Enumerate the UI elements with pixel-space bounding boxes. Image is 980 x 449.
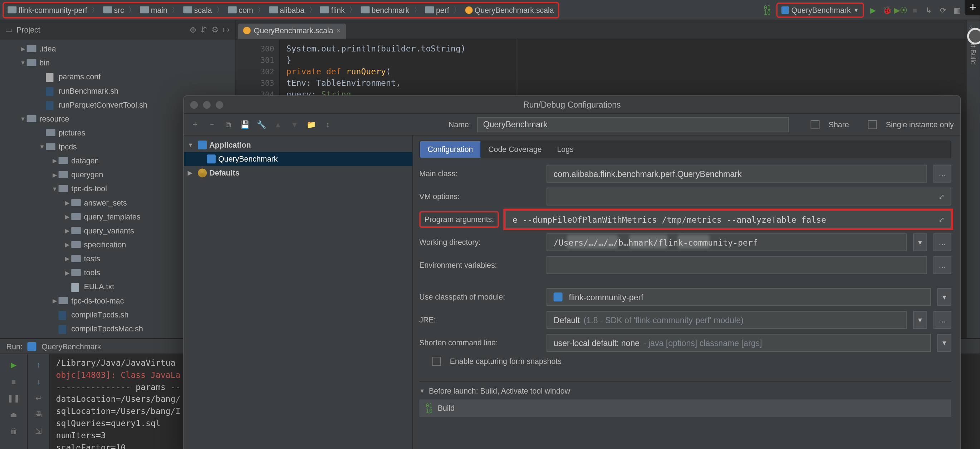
- run-icon[interactable]: ▶: [868, 5, 878, 15]
- down-icon[interactable]: ↓: [33, 376, 45, 387]
- save-icon[interactable]: 💾: [240, 119, 250, 129]
- locate-icon[interactable]: ⊕: [189, 25, 197, 34]
- tree-row[interactable]: ▶.idea: [0, 42, 235, 56]
- breadcrumb-item[interactable]: com: [225, 5, 256, 14]
- new-tab-button[interactable]: +: [965, 0, 980, 15]
- expand-closed-icon[interactable]: ▶: [64, 200, 71, 206]
- hide-icon[interactable]: ↦: [223, 25, 230, 34]
- code-line[interactable]: tEnv: TableEnvironment,: [286, 78, 980, 89]
- layout-icon[interactable]: ▥: [952, 5, 962, 15]
- expand-closed-icon[interactable]: ▶: [64, 228, 71, 234]
- pause-icon[interactable]: ❚❚: [8, 392, 19, 404]
- expand-closed-icon[interactable]: ▶: [51, 298, 58, 304]
- collapse-icon[interactable]: ⇵: [200, 25, 207, 34]
- classpath-dropdown[interactable]: ▾: [937, 288, 951, 306]
- expand-closed-icon[interactable]: ▶: [64, 255, 71, 262]
- before-launch-header[interactable]: ▼ Before launch: Build, Activate tool wi…: [419, 387, 951, 396]
- config-item-querybenchmark[interactable]: QueryBenchmark: [184, 152, 412, 166]
- config-group-defaults[interactable]: ▶ Defaults: [184, 166, 412, 180]
- main-class-field[interactable]: com.alibaba.flink.benchmark.perf.QueryBe…: [547, 165, 927, 182]
- expand-closed-icon[interactable]: ▶: [64, 214, 71, 220]
- tree-row[interactable]: ▼bin: [0, 56, 235, 70]
- expand-open-icon[interactable]: ▼: [51, 186, 58, 192]
- sort-icon[interactable]: ↕: [323, 119, 332, 129]
- run-header-name[interactable]: QueryBenchmark: [41, 342, 101, 351]
- config-name-input[interactable]: [477, 117, 789, 132]
- add-icon[interactable]: ＋: [190, 119, 200, 129]
- shorten-dropdown[interactable]: ▾: [937, 334, 951, 352]
- trash-icon[interactable]: 🗑: [8, 425, 19, 437]
- expand-icon[interactable]: ⤢: [939, 215, 944, 224]
- breadcrumb-item[interactable]: flink: [318, 5, 347, 14]
- tab-logs[interactable]: Logs: [549, 141, 581, 158]
- expand-closed-icon[interactable]: ▶: [51, 158, 58, 164]
- expand-closed-icon[interactable]: ▶: [64, 242, 71, 248]
- share-checkbox[interactable]: [811, 120, 820, 129]
- breadcrumb[interactable]: flink-community-perf〉src〉main〉scala〉com〉…: [3, 2, 559, 18]
- code-line[interactable]: }: [286, 55, 980, 66]
- breadcrumb-item[interactable]: src: [100, 5, 127, 14]
- editor-tab-querybenchmark[interactable]: QueryBenchmark.scala ×: [238, 24, 346, 39]
- run-coverage-icon[interactable]: ▶⦿: [896, 5, 906, 15]
- classpath-field[interactable]: flink-community-perf: [547, 288, 931, 306]
- remove-icon[interactable]: －: [207, 119, 217, 129]
- tab-configuration[interactable]: Configuration: [420, 141, 481, 158]
- dialog-titlebar[interactable]: Run/Debug Configurations: [184, 96, 960, 114]
- shorten-field[interactable]: user-local default: none - java [options…: [547, 334, 931, 352]
- working-dir-dropdown[interactable]: ▾: [913, 233, 927, 251]
- stop-icon[interactable]: ■: [8, 376, 19, 387]
- reload-icon[interactable]: ⟳: [938, 5, 948, 15]
- down-arrow-icon[interactable]: ▼: [290, 119, 299, 129]
- browse-jre-button[interactable]: …: [934, 311, 951, 329]
- vm-options-field[interactable]: ⤢: [547, 188, 951, 206]
- breadcrumb-item[interactable]: scala: [181, 5, 214, 14]
- expand-closed-icon[interactable]: ▶: [19, 46, 27, 52]
- breadcrumb-item[interactable]: flink-community-perf: [5, 5, 90, 14]
- config-group-application[interactable]: ▼ Application: [184, 138, 412, 152]
- jre-dropdown[interactable]: ▾: [913, 311, 927, 329]
- wrap-icon[interactable]: ↩: [33, 392, 45, 404]
- up-arrow-icon[interactable]: ▲: [273, 119, 283, 129]
- browse-main-class-button[interactable]: …: [934, 165, 951, 182]
- print-icon[interactable]: 🖶: [33, 409, 45, 420]
- copy-icon[interactable]: ⧉: [223, 119, 233, 129]
- wrench-icon[interactable]: 🔧: [256, 119, 266, 129]
- browse-env-button[interactable]: …: [934, 256, 951, 274]
- breadcrumb-item[interactable]: QueryBenchmark.scala: [463, 5, 557, 14]
- editor-code[interactable]: System.out.println(builder.toString) } p…: [235, 39, 980, 100]
- gear-icon[interactable]: ⚙: [212, 25, 219, 34]
- project-view-header[interactable]: ▭ Project ⊕ ⇵ ⚙ ↦: [0, 21, 235, 39]
- config-tree[interactable]: ▼ Application QueryBenchmark ▶ Defaults: [184, 135, 413, 449]
- expand-open-icon[interactable]: ▼: [19, 60, 27, 66]
- expand-open-icon[interactable]: ▼: [19, 116, 27, 122]
- expand-closed-icon[interactable]: ▶: [64, 270, 71, 276]
- run-config-selector[interactable]: QueryBenchmark ▼: [776, 3, 864, 18]
- folder-icon[interactable]: 📁: [306, 119, 316, 129]
- expand-icon[interactable]: ⤢: [939, 192, 944, 201]
- breadcrumb-item[interactable]: perf: [423, 5, 452, 14]
- tree-row[interactable]: params.conf: [0, 70, 235, 84]
- single-instance-checkbox[interactable]: [868, 120, 877, 129]
- env-field[interactable]: [547, 256, 927, 274]
- attach-icon[interactable]: ↳: [924, 5, 934, 15]
- expand-open-icon[interactable]: ▼: [38, 144, 46, 150]
- browse-working-dir-button[interactable]: …: [934, 233, 951, 251]
- breadcrumb-item[interactable]: alibaba: [266, 5, 307, 14]
- program-args-field[interactable]: e --dumpFileOfPlanWithMetrics /tmp/metri…: [505, 211, 951, 228]
- breadcrumb-item[interactable]: main: [137, 5, 170, 14]
- snapshots-checkbox[interactable]: [432, 357, 441, 366]
- export-icon[interactable]: ⇲: [33, 425, 45, 437]
- close-tab-icon[interactable]: ×: [337, 26, 341, 35]
- rerun-icon[interactable]: ▶: [8, 359, 19, 371]
- stop-icon[interactable]: ■: [910, 5, 920, 15]
- code-line[interactable]: System.out.println(builder.toString): [286, 43, 980, 55]
- debug-icon[interactable]: 🐞: [882, 5, 892, 15]
- jre-field[interactable]: Default (1.8 - SDK of 'flink-community-p…: [547, 311, 907, 329]
- breadcrumb-item[interactable]: benchmark: [358, 5, 412, 14]
- before-launch-item-build[interactable]: 0110 Build: [419, 399, 951, 417]
- tab-code-coverage[interactable]: Code Coverage: [481, 141, 549, 158]
- exit-icon[interactable]: ⏏: [8, 409, 19, 420]
- expand-closed-icon[interactable]: ▶: [51, 171, 58, 178]
- code-line[interactable]: private def runQuery(: [286, 66, 980, 78]
- up-icon[interactable]: ↑: [33, 359, 45, 371]
